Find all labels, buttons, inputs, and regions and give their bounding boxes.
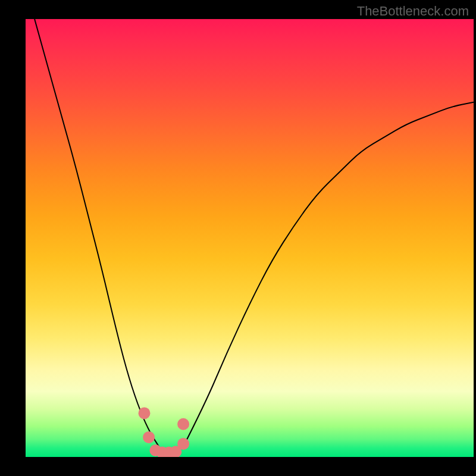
chart-curves [26, 19, 474, 457]
chart-plot-area [26, 19, 474, 457]
left-curve [35, 19, 160, 448]
right-curve [183, 102, 474, 449]
watermark-text: TheBottleneck.com [357, 4, 469, 19]
